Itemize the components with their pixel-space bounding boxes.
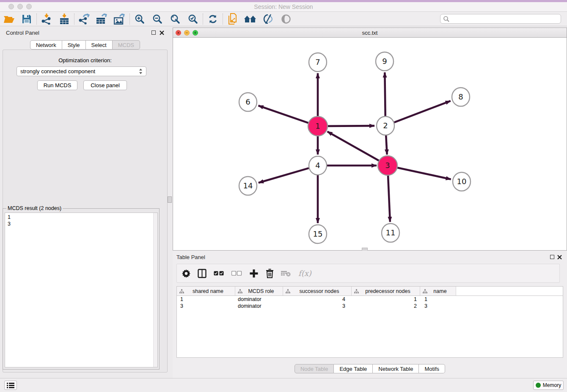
graph-edge-1-6[interactable]	[259, 105, 309, 123]
column-header-successor-nodes[interactable]: successor nodes	[283, 287, 352, 295]
status-bar: Memory	[0, 378, 567, 392]
tab-network[interactable]: Network	[30, 40, 62, 50]
graph-node-2[interactable]: 2	[377, 116, 394, 135]
mcds-result-legend: MCDS result (2 nodes)	[6, 205, 63, 211]
import-table-button[interactable]	[55, 13, 73, 25]
function-builder-button[interactable]: f(x)	[298, 269, 311, 278]
export-image-button[interactable]	[111, 13, 129, 25]
svg-text:15: 15	[313, 229, 323, 238]
svg-text:2: 2	[383, 121, 388, 130]
graph-edge-2-9[interactable]	[385, 72, 385, 116]
table-cell: dominator	[235, 296, 283, 303]
export-table-button[interactable]	[93, 13, 111, 25]
column-header-MCDS-role[interactable]: MCDS role	[235, 287, 283, 295]
zoom-in-button[interactable]	[131, 13, 149, 25]
toolbar-separator	[74, 14, 74, 25]
table-row[interactable]: 1dominator411	[177, 296, 563, 303]
graph-node-3[interactable]: 3	[378, 156, 397, 175]
delete-table-button[interactable]	[281, 270, 291, 277]
graph-node-8[interactable]: 8	[452, 88, 470, 106]
graph-node-15[interactable]: 15	[309, 225, 327, 243]
graph-node-6[interactable]: 6	[239, 93, 257, 111]
network-window-titlebar[interactable]: × − + scc.txt	[173, 28, 567, 38]
table-panel-tabs: Node TableEdge TableNetwork TableMotifs	[173, 364, 567, 373]
column-tree-icon	[238, 289, 242, 293]
close-panel-icon[interactable]	[160, 30, 164, 35]
search-field[interactable]	[440, 14, 561, 24]
graph-node-9[interactable]: 9	[376, 52, 394, 71]
delete-column-button[interactable]	[266, 269, 274, 278]
export-network-button[interactable]	[75, 13, 93, 25]
zoom-out-button[interactable]	[149, 13, 166, 25]
graph-edge-2-8[interactable]	[394, 101, 451, 122]
reset-layout-button[interactable]	[242, 13, 259, 25]
graph-node-4[interactable]: 4	[309, 156, 327, 175]
graph-node-1[interactable]: 1	[308, 116, 328, 136]
run-mcds-button[interactable]: Run MCDS	[37, 80, 77, 90]
save-session-button[interactable]	[18, 13, 36, 25]
table-settings-button[interactable]	[182, 269, 190, 278]
tab-edge-table[interactable]: Edge Table	[334, 364, 373, 373]
tab-node-table[interactable]: Node Table	[295, 364, 334, 373]
graph-node-14[interactable]: 14	[239, 177, 257, 195]
columns-icon	[198, 269, 206, 278]
network-canvas[interactable]: 1234678910111415	[173, 38, 567, 251]
column-layout-button[interactable]	[198, 269, 206, 278]
import-network-button[interactable]	[38, 13, 55, 25]
search-input[interactable]	[450, 15, 561, 23]
zoom-out-icon	[152, 14, 162, 24]
toggle-birds-eye-button[interactable]	[277, 13, 295, 25]
svg-text:6: 6	[245, 97, 250, 106]
export-network-icon	[78, 14, 90, 25]
node-table[interactable]: shared nameMCDS rolesuccessor nodesprede…	[176, 286, 563, 358]
export-table-icon	[96, 14, 108, 25]
toolbar-separator	[129, 14, 130, 25]
clone-network-button[interactable]	[224, 13, 242, 25]
table-cell: 4	[283, 296, 352, 303]
tab-network-table[interactable]: Network Table	[373, 364, 419, 373]
svg-text:3: 3	[385, 161, 390, 170]
table-row[interactable]: 3dominator323	[177, 303, 563, 309]
tab-select[interactable]: Select	[86, 40, 113, 50]
table-cell: 2	[352, 303, 420, 309]
tab-motifs[interactable]: Motifs	[419, 364, 445, 373]
refresh-layout-button[interactable]	[204, 13, 222, 25]
graph-edge-3-10[interactable]	[396, 168, 451, 179]
vertical-divider-handle[interactable]	[168, 196, 172, 203]
svg-text:4: 4	[315, 161, 320, 170]
search-icon	[443, 16, 450, 22]
close-panel-button[interactable]: Close panel	[83, 80, 127, 90]
column-header-name[interactable]: name	[420, 287, 456, 295]
open-session-button[interactable]	[0, 13, 18, 25]
close-table-panel-icon[interactable]	[557, 255, 562, 259]
add-column-button[interactable]	[249, 269, 259, 278]
show-graphics-details-button[interactable]	[259, 13, 277, 25]
graph-edge-2-3[interactable]	[386, 135, 387, 155]
mcds-result-text[interactable]: 13	[5, 213, 158, 367]
task-history-button[interactable]	[4, 381, 17, 390]
column-header-predecessor-nodes[interactable]: predecessor nodes	[352, 287, 420, 295]
result-scrollbar[interactable]	[153, 213, 157, 367]
tab-style[interactable]: Style	[62, 40, 86, 50]
float-table-panel-icon[interactable]	[550, 255, 554, 259]
refresh-icon	[208, 14, 218, 24]
graph-edge-3-1[interactable]	[328, 132, 380, 161]
session-title: Session: New Session	[0, 3, 567, 10]
criterion-select[interactable]: strongly connected component	[17, 66, 146, 76]
graph-edge-1-2[interactable]	[327, 126, 374, 126]
select-all-button[interactable]	[214, 271, 224, 276]
graph-node-10[interactable]: 10	[453, 172, 471, 191]
zoom-selected-button[interactable]	[184, 13, 202, 25]
float-panel-icon[interactable]	[151, 30, 156, 35]
graph-edge-4-14[interactable]	[259, 168, 309, 183]
memory-button[interactable]: Memory	[533, 381, 564, 390]
toolbar-separator	[203, 14, 203, 25]
tab-mcds[interactable]: MCDS	[113, 40, 140, 50]
deselect-all-button[interactable]	[231, 271, 242, 276]
graph-node-11[interactable]: 11	[382, 224, 399, 242]
graph-node-7[interactable]: 7	[309, 53, 327, 72]
graph-edge-3-11[interactable]	[388, 175, 390, 222]
column-header-shared-name[interactable]: shared name	[177, 287, 235, 295]
import-network-icon	[41, 14, 52, 25]
zoom-fit-button[interactable]	[166, 13, 184, 25]
